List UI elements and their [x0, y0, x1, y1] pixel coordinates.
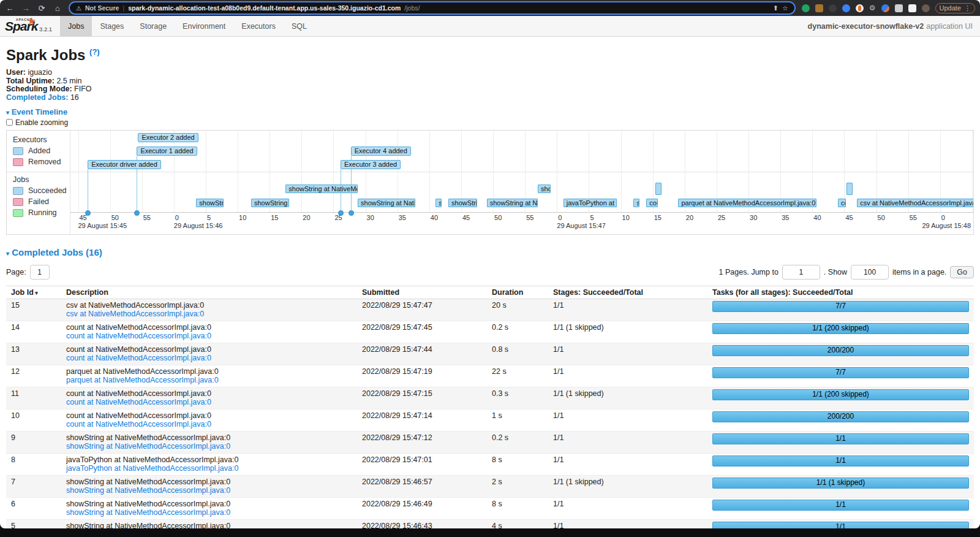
cell-tasks: 1/1 (200 skipped)	[707, 321, 974, 343]
forward-icon[interactable]: →	[21, 4, 31, 13]
cell-job-id: 11	[6, 387, 61, 409]
bookmark-star-icon[interactable]: ☆	[782, 4, 788, 12]
description-link[interactable]: showString at NativeMethodAccessorImpl.j…	[66, 486, 352, 495]
completed-jobs-toggle[interactable]: ▾ Completed Jobs (16)	[6, 247, 974, 257]
tab-environment[interactable]: Environment	[175, 16, 233, 36]
tab-storage[interactable]: Storage	[132, 16, 175, 36]
summary-label[interactable]: Completed Jobs:	[6, 93, 68, 102]
spark-logo[interactable]: APACHE Spark ★ 3.2.1	[0, 16, 54, 36]
column-header-2[interactable]: Submitted	[357, 286, 487, 299]
description-text: csv at NativeMethodAccessorImpl.java:0	[66, 301, 352, 310]
tab-executors[interactable]: Executors	[233, 16, 284, 36]
description-link[interactable]: javaToPython at NativeMethodAccessorImpl…	[66, 464, 352, 473]
timeline-executor-event[interactable]: Executor 4 added	[351, 147, 411, 156]
reload-icon[interactable]: ⟳	[37, 4, 47, 13]
timeline-job-bar[interactable]: showString at NativeMethodAccessorImpl.j…	[538, 185, 551, 193]
description-text: showString at NativeMethodAccessorImpl.j…	[66, 500, 352, 509]
timeline-job-bar[interactable]: showString at NativeMethodAccessorImpl.j…	[448, 199, 477, 207]
tab-sql[interactable]: SQL	[284, 16, 315, 36]
update-button[interactable]: Update ⋮	[935, 3, 975, 13]
timeline-job-bar[interactable]: parquet at NativeMethodAccessorImpl.java…	[678, 199, 816, 207]
timeline-job-bar[interactable]: showString at NativeMethodAccessorImpl.j…	[487, 199, 538, 207]
description-link[interactable]: count at NativeMethodAccessorImpl.java:0	[66, 398, 352, 407]
description-link[interactable]: count at NativeMethodAccessorImpl.java:0	[66, 420, 352, 429]
share-icon[interactable]: ⬆	[773, 4, 778, 12]
jump-to-input[interactable]	[782, 265, 820, 280]
timeline-job-bar[interactable]: showString at NativeMethodAccessorImpl.j…	[196, 199, 224, 207]
legend-swatch-failed	[13, 198, 23, 206]
timeline-job-bar[interactable]: count at NativeMethodAccessorImpl.java:0…	[838, 199, 846, 207]
cell-job-id: 8	[6, 453, 61, 475]
column-header-0[interactable]: Job Id ▾	[6, 286, 61, 299]
description-link[interactable]: parquet at NativeMethodAccessorImpl.java…	[66, 376, 352, 385]
description-link[interactable]: csv at NativeMethodAccessorImpl.java:0	[66, 310, 352, 319]
extension-icon-orange-square[interactable]	[815, 4, 823, 12]
show-items-input[interactable]	[851, 265, 889, 280]
timeline-job-bar[interactable]	[846, 183, 853, 195]
enable-zooming-checkbox[interactable]	[6, 119, 13, 126]
timeline-grid[interactable]: 4550550510152025303540455055051015202530…	[70, 131, 973, 234]
timeline-tick-label: 10	[621, 214, 630, 221]
cell-description: showString at NativeMethodAccessorImpl.j…	[61, 519, 357, 528]
go-button[interactable]: Go	[950, 266, 974, 278]
tab-stages[interactable]: Stages	[92, 16, 132, 36]
timeline-job-bar[interactable]: showString at NativeMethodAccessorImpl.j…	[435, 199, 442, 207]
timeline-executor-event[interactable]: Executor 3 added	[341, 160, 401, 169]
extension-icon-dark[interactable]	[829, 4, 837, 12]
event-timeline-toggle[interactable]: ▾ Event Timeline	[6, 107, 974, 116]
column-header-5[interactable]: Tasks (for all stages): Succeeded/Total	[707, 286, 974, 299]
description-link[interactable]: showString at NativeMethodAccessorImpl.j…	[66, 442, 352, 451]
table-header-row: Job Id ▾DescriptionSubmittedDurationStag…	[6, 286, 974, 299]
extension-icon-swirl[interactable]	[881, 4, 889, 12]
column-header-4[interactable]: Stages: Succeeded/Total	[548, 286, 707, 299]
extension-icon-blue[interactable]	[842, 4, 850, 12]
legend-executors-title: Executors	[13, 135, 70, 144]
timeline-job-bar[interactable]: csv at NativeMethodAccessorImpl.java:0 (…	[857, 199, 974, 207]
timeline-date-label: 29 August 15:46	[174, 222, 223, 229]
timeline-job-bar[interactable]: showString at NativeMethodAccessorImpl.j…	[251, 199, 289, 207]
profile-avatar[interactable]	[922, 4, 930, 12]
summary-label: Total Uptime:	[6, 77, 55, 85]
timeline-job-bar[interactable]: count at NativeMethodAccessorImpl.java:0…	[646, 199, 658, 207]
description-link[interactable]: count at NativeMethodAccessorImpl.java:0	[66, 354, 352, 363]
timeline-axis	[70, 212, 973, 213]
browser-menu-icon[interactable]: ⋮	[964, 4, 971, 12]
cell-description: count at NativeMethodAccessorImpl.java:0…	[61, 343, 357, 365]
browser-window: ← → ⟳ ⌂ ⚠ Not Secure | spark-dynamic-all…	[0, 0, 980, 528]
timeline-job-bar[interactable]: javaToPython at NativeMethodAccessorImpl…	[564, 199, 617, 207]
extensions-puzzle-icon[interactable]	[895, 4, 903, 12]
address-bar[interactable]: ⚠ Not Secure | spark-dynamic-allocation-…	[69, 1, 796, 15]
timeline-job-bar[interactable]	[655, 183, 662, 195]
cell-tasks: 1/1	[707, 519, 974, 528]
timeline-tick-label: 5	[206, 214, 211, 221]
timeline-tick-label: 25	[717, 214, 725, 221]
description-link[interactable]: showString at NativeMethodAccessorImpl.j…	[66, 508, 352, 517]
timeline-job-bar[interactable]: showString at NativeMethodAccessorImpl.j…	[285, 185, 358, 193]
timeline-executor-event[interactable]: Executor 1 added	[137, 147, 197, 156]
timeline-axis-dot	[134, 210, 140, 216]
home-icon[interactable]: ⌂	[53, 4, 62, 13]
tasks-progress-bar: 7/7	[712, 367, 969, 378]
column-header-1[interactable]: Description	[61, 286, 357, 299]
extension-icon-gear[interactable]: ⚙	[869, 4, 876, 12]
extension-icon-green[interactable]	[802, 4, 810, 12]
timeline-executor-event[interactable]: Executor driver added	[88, 160, 161, 169]
completed-jobs-table: Job Id ▾DescriptionSubmittedDurationStag…	[6, 286, 974, 528]
page-number-input[interactable]	[30, 265, 50, 280]
timeline-job-bar[interactable]: showString at NativeMethodAccessorImpl.j…	[633, 199, 639, 207]
column-header-3[interactable]: Duration	[487, 286, 548, 299]
timeline-executor-event[interactable]: Executor 2 added	[138, 133, 198, 142]
timeline-tick-label: 5	[589, 214, 594, 221]
cell-tasks: 1/1	[707, 453, 974, 475]
tab-jobs[interactable]: Jobs	[60, 16, 92, 36]
timeline-job-bar[interactable]: showString at NativeMethodAccessorImpl.j…	[358, 199, 415, 207]
extension-icon-pill[interactable]	[856, 4, 864, 12]
cell-duration: 2 s	[487, 475, 548, 497]
back-icon[interactable]: ←	[5, 4, 15, 13]
summary-info-line: Total Uptime: 2.5 min	[6, 77, 974, 86]
cell-submitted: 2022/08/29 15:47:14	[357, 409, 487, 431]
description-link[interactable]: count at NativeMethodAccessorImpl.java:0	[66, 332, 352, 341]
legend-item-running: Running	[13, 208, 70, 218]
tab-groups-icon[interactable]	[908, 4, 916, 12]
help-link[interactable]: (?)	[89, 47, 100, 56]
